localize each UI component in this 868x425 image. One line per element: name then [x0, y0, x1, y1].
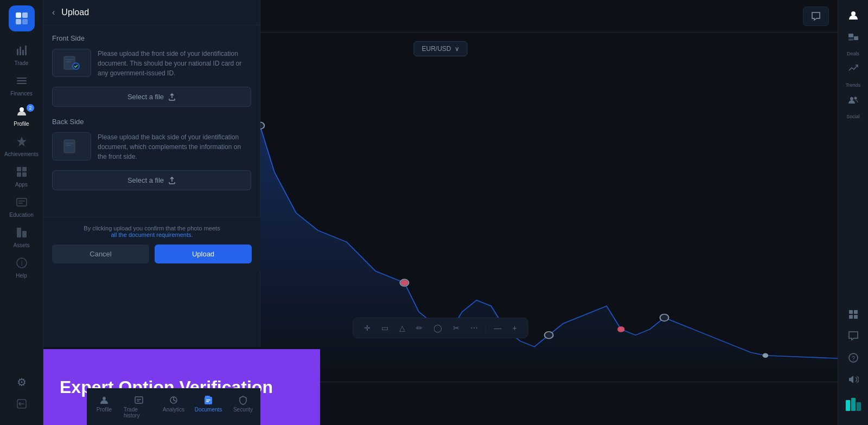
sidebar-label-help: Help: [16, 273, 27, 279]
education-icon: [16, 196, 28, 210]
social-label: Social: [846, 114, 860, 119]
upload-confirm-button[interactable]: Upload: [155, 244, 252, 263]
svg-rect-43: [135, 397, 143, 403]
svg-point-30: [545, 332, 553, 339]
deals-button[interactable]: [844, 27, 863, 47]
sidebar-item-help[interactable]: i Help: [0, 253, 43, 283]
volume-right-button[interactable]: [844, 370, 863, 389]
achievements-icon: [16, 136, 28, 149]
profile-badge: 2: [27, 104, 34, 112]
svg-point-32: [763, 353, 769, 358]
upload-back-button[interactable]: ‹: [52, 8, 55, 17]
svg-point-33: [401, 280, 408, 286]
confirm-text: By clicking upload you confirm that the …: [52, 225, 252, 238]
trends-button[interactable]: [844, 59, 863, 78]
left-sidebar: Trade Finances 2 Profile Achievements: [0, 0, 43, 425]
svg-point-11: [20, 107, 24, 112]
svg-rect-20: [17, 228, 21, 237]
sidebar-item-apps[interactable]: Apps: [0, 162, 43, 192]
grid-right-button[interactable]: [844, 305, 863, 324]
svg-rect-6: [22, 50, 24, 55]
svg-rect-44: [137, 399, 141, 400]
sidebar-item-education[interactable]: Education: [0, 192, 43, 222]
right-profile-button[interactable]: [844, 5, 863, 25]
sidebar-item-achievements[interactable]: Achievements: [0, 131, 43, 162]
sidebar-item-finances[interactable]: Finances: [0, 70, 43, 101]
main-panel: 23:25:12 $20.00 real balance ∨ Finances …: [43, 0, 838, 425]
profile-icon: [16, 105, 28, 119]
svg-rect-5: [20, 47, 21, 55]
help-right-button[interactable]: ?: [844, 348, 863, 368]
sidebar-item-settings[interactable]: ⚙: [16, 372, 27, 392]
deals-label: Deals: [847, 51, 859, 56]
svg-text:?: ?: [851, 355, 854, 362]
upload-footer: By clicking upload you confirm that the …: [43, 217, 260, 271]
nav-trade-history-label: Trade history: [124, 407, 154, 418]
chat-header-button[interactable]: [803, 7, 829, 26]
nav-analytics-label: Analytics: [163, 407, 184, 413]
svg-point-42: [103, 397, 106, 400]
svg-rect-10: [17, 83, 27, 84]
toolbar-triangle[interactable]: △: [396, 323, 409, 333]
sidebar-label-finances: Finances: [10, 91, 33, 96]
nav-trade-history[interactable]: Trade history: [122, 392, 156, 422]
sidebar-label-apps: Apps: [15, 182, 28, 188]
upload-content: Front Side Please upload the front side …: [43, 25, 260, 347]
toolbar-minus[interactable]: —: [490, 323, 505, 333]
svg-rect-49: [206, 401, 209, 402]
front-side-title: Front Side: [52, 34, 251, 42]
nav-security[interactable]: Security: [226, 392, 260, 422]
svg-rect-19: [18, 203, 23, 204]
assets-icon: [16, 227, 28, 240]
sidebar-item-assets[interactable]: Assets: [0, 222, 43, 253]
nav-profile[interactable]: Profile: [87, 392, 122, 422]
svg-rect-4: [17, 49, 18, 55]
sidebar-item-profile[interactable]: 2 Profile: [0, 101, 43, 131]
svg-marker-12: [17, 137, 27, 146]
nav-analytics[interactable]: Analytics: [156, 392, 191, 422]
toolbar-rect[interactable]: ▭: [378, 323, 392, 333]
svg-rect-3: [22, 19, 28, 24]
svg-rect-2: [16, 19, 21, 24]
nav-profile-label: Profile: [97, 407, 112, 413]
svg-rect-7: [25, 46, 27, 55]
toolbar-circle[interactable]: ◯: [430, 323, 445, 333]
svg-rect-52: [854, 36, 858, 40]
front-doc-preview: [52, 49, 91, 77]
svg-rect-36: [66, 59, 73, 60]
sidebar-item-trade[interactable]: Trade: [0, 40, 43, 70]
social-button[interactable]: [844, 90, 863, 110]
svg-point-55: [854, 97, 857, 100]
svg-rect-64: [857, 402, 861, 411]
chat-right-button[interactable]: [844, 326, 863, 346]
toolbar-dots[interactable]: ⋯: [467, 323, 481, 333]
svg-rect-16: [22, 172, 27, 177]
svg-rect-47: [205, 397, 212, 404]
nav-documents[interactable]: Documents: [191, 392, 226, 422]
front-select-file-button[interactable]: Select a file: [52, 87, 251, 107]
svg-rect-48: [206, 400, 210, 401]
toolbar-pencil[interactable]: ✏: [413, 323, 426, 333]
back-select-file-button[interactable]: Select a file: [52, 170, 251, 190]
front-side-row: Please upload the front side of your ide…: [52, 49, 251, 78]
sidebar-item-back[interactable]: [16, 394, 27, 415]
sidebar-label-achievements: Achievements: [4, 151, 39, 157]
svg-rect-59: [854, 315, 858, 319]
svg-rect-17: [17, 198, 27, 206]
chart-toolbar: ✛ ▭ △ ✏ ◯ ✂ ⋯ — +: [353, 318, 528, 338]
back-doc-preview: [52, 132, 91, 160]
toolbar-scissors[interactable]: ✂: [450, 323, 463, 333]
toolbar-crosshair[interactable]: ✛: [361, 323, 374, 333]
svg-point-50: [851, 11, 856, 16]
settings-icon: ⚙: [17, 377, 27, 388]
sidebar-label-assets: Assets: [13, 242, 29, 248]
back-file-label: Select a file: [127, 176, 164, 184]
back-side-row: Please upload the back side of your iden…: [52, 132, 251, 162]
sidebar-label-trade: Trade: [15, 60, 29, 66]
trade-icon: [16, 44, 28, 58]
logo-button[interactable]: [9, 5, 35, 31]
toolbar-plus[interactable]: +: [509, 323, 520, 333]
confirm-link[interactable]: all the document requirements.: [111, 231, 193, 238]
upload-header: ‹ Upload: [43, 0, 260, 25]
cancel-button[interactable]: Cancel: [52, 244, 149, 263]
